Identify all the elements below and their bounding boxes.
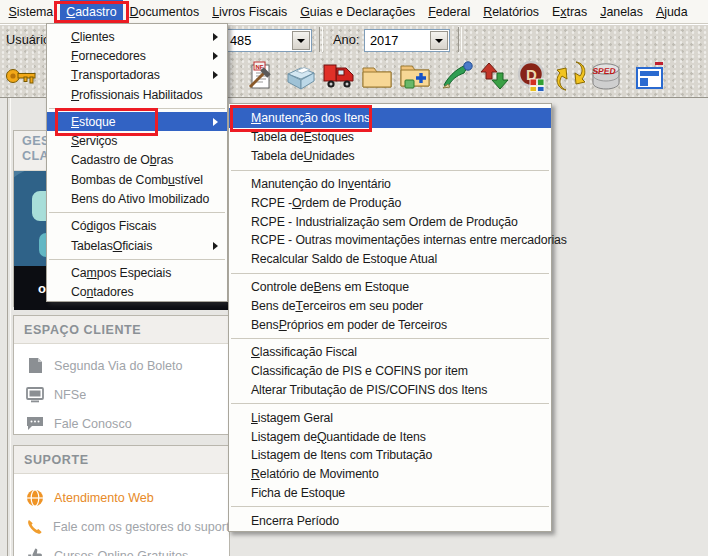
divider bbox=[458, 27, 462, 52]
ano-value: 2017 bbox=[370, 33, 398, 48]
chevron-down-icon bbox=[435, 39, 443, 43]
menubar-item-federal[interactable]: Federal bbox=[422, 0, 477, 23]
printer-icon[interactable] bbox=[283, 58, 319, 94]
invoice-nf-icon: NF bbox=[243, 60, 275, 92]
suporte-item-label: Fale com os gestores do suporte bbox=[53, 520, 229, 534]
chat-icon bbox=[24, 416, 46, 431]
menu-separator bbox=[229, 502, 551, 511]
submenu-arrow-icon bbox=[213, 33, 218, 41]
key-icon[interactable] bbox=[4, 58, 40, 94]
menu-item-rcpe-industrializacao-sem-ordem-de-producao[interactable]: RCPE - Industrialização sem Ordem de Pro… bbox=[229, 212, 551, 231]
menu-separator bbox=[229, 399, 551, 408]
menu-item-campos-especiais[interactable]: Campos Especiais bbox=[47, 263, 227, 282]
submenu-arrow-icon bbox=[213, 52, 218, 60]
folder-add-icon[interactable] bbox=[397, 58, 433, 94]
panel-espaco-cliente-items: Segunda Via do BoletoNFSeFale Conosco bbox=[14, 344, 229, 438]
ano-dropdown-button[interactable] bbox=[430, 31, 448, 50]
edit-pencil-icon[interactable] bbox=[439, 58, 475, 94]
menu-separator bbox=[47, 209, 227, 217]
transfer-arrows-icon[interactable] bbox=[477, 58, 513, 94]
folder-icon[interactable] bbox=[359, 58, 395, 94]
usuario-dropdown-button[interactable] bbox=[292, 31, 310, 50]
hand-icon bbox=[24, 547, 46, 556]
espaco-cliente-item-nfse[interactable]: NFSe bbox=[14, 380, 229, 409]
printer-icon bbox=[284, 61, 318, 91]
menu-item-cadastro-de-obras[interactable]: Cadastro de Obras bbox=[47, 151, 227, 170]
menubar: SistemaCadastroDocumentosLivros FiscaisG… bbox=[0, 0, 708, 24]
menu-item-controle-de-bens-em-estoque[interactable]: Controle de Bens em Estoque bbox=[229, 278, 551, 297]
sync-icon[interactable] bbox=[553, 58, 589, 94]
annotation-box-red bbox=[54, 1, 129, 23]
menu-separator bbox=[229, 166, 551, 175]
folder-icon bbox=[361, 63, 393, 89]
menu-item-rcpe-outras-movimentacoes-internas-entre-mercadorias[interactable]: RCPE - Outras movimentações internas ent… bbox=[229, 231, 551, 250]
panel-suporte-title: SUPORTE bbox=[14, 446, 229, 474]
menu-item-relatorio-de-movimento[interactable]: Relatório de Movimento bbox=[229, 465, 551, 484]
panel-espaco-cliente: ESPAÇO CLIENTE Segunda Via do BoletoNFSe… bbox=[13, 315, 230, 435]
menu-item-bens-do-ativo-imobilizado[interactable]: Bens do Ativo Imobilizado bbox=[47, 189, 227, 208]
phone-icon bbox=[24, 518, 45, 536]
globe-icon bbox=[24, 489, 46, 507]
invoice-nf-icon[interactable]: NF bbox=[241, 58, 277, 94]
truck-icon[interactable] bbox=[321, 58, 357, 94]
menu-item-recalcular-saldo-de-estoque-atual[interactable]: Recalcular Saldo de Estoque Atual bbox=[229, 250, 551, 269]
window-layout-icon[interactable] bbox=[632, 58, 668, 94]
chevron-down-icon bbox=[297, 39, 305, 43]
espaco-cliente-item-fale-conosco[interactable]: Fale Conosco bbox=[14, 409, 229, 438]
menubar-item-extras[interactable]: Extras bbox=[546, 0, 594, 23]
menubar-item-janelas[interactable]: Janelas bbox=[594, 0, 650, 23]
menubar-item-ajuda[interactable]: Ajuda bbox=[649, 0, 694, 23]
menu-item-tabela-de-unidades[interactable]: Tabela de Unidades bbox=[229, 147, 551, 166]
suporte-item-fale-com-os-gestores-do-suporte[interactable]: Fale com os gestores do suporte bbox=[14, 512, 229, 541]
menu-item-codigos-fiscais[interactable]: Códigos Fiscais bbox=[47, 217, 227, 236]
menu-item-listagem-de-itens-com-tributacao[interactable]: Listagem de Itens com Tributação bbox=[229, 446, 551, 465]
sped-icon[interactable]: SPED bbox=[589, 58, 625, 94]
menu-item-bens-de-terceiros-em-seu-poder[interactable]: Bens de Terceiros em seu poder bbox=[229, 296, 551, 315]
menubar-item-relatorios[interactable]: Relatórios bbox=[477, 0, 546, 23]
menu-item-profissionais-habilitados[interactable]: Profissionais Habilitados bbox=[47, 85, 227, 104]
folder-add-icon bbox=[399, 62, 431, 90]
menubar-item-documentos[interactable]: Documentos bbox=[123, 0, 206, 23]
menu-item-clientes[interactable]: Clientes bbox=[47, 27, 227, 46]
menu-item-servicos[interactable]: Serviços bbox=[47, 131, 227, 150]
menu-item-classificacao-fiscal[interactable]: Classificação Fiscal bbox=[229, 343, 551, 362]
ano-combobox[interactable]: 2017 bbox=[364, 29, 450, 52]
suporte-item-atendimento-web[interactable]: Atendimento Web bbox=[14, 483, 229, 512]
menu-item-rcpe-ordem-de-producao[interactable]: RCPE - Ordem de Produção bbox=[229, 193, 551, 212]
window-layout-icon bbox=[635, 61, 665, 91]
menu-item-listagem-de-quantidade-de-itens[interactable]: Listagem de Quantidade de Itens bbox=[229, 427, 551, 446]
menu-item-contadores[interactable]: Contadores bbox=[47, 283, 227, 302]
menu-item-classificacao-de-pis-e-cofins-por-item[interactable]: Classificação de PIS e COFINS por item bbox=[229, 362, 551, 381]
menubar-item-livros-fiscais[interactable]: Livros Fiscais bbox=[206, 0, 294, 23]
menu-item-listagem-geral[interactable]: Listagem Geral bbox=[229, 408, 551, 427]
menu-item-alterar-tributacao-de-pis-cofins-dos-itens[interactable]: Alterar Tributação de PIS/COFINS dos Ite… bbox=[229, 381, 551, 400]
menu-item-bombas-de-combustivel[interactable]: Bombas de Combustível bbox=[47, 170, 227, 189]
menu-item-ficha-de-estoque[interactable]: Ficha de Estoque bbox=[229, 484, 551, 503]
divider bbox=[7, 98, 11, 556]
sped-icon: SPED bbox=[590, 61, 624, 91]
d-logo-icon[interactable]: D bbox=[514, 58, 550, 94]
menu-item-manutencao-do-inventario[interactable]: Manutenção do Inventário bbox=[229, 175, 551, 194]
menu-item-fornecedores[interactable]: Fornecedores bbox=[47, 46, 227, 65]
panel-suporte-items: Atendimento WebFale com os gestores do s… bbox=[14, 474, 229, 556]
menu-separator bbox=[229, 334, 551, 343]
menu-item-encerra-periodo[interactable]: Encerra Período bbox=[229, 511, 551, 530]
menubar-item-guias-e-declaracoes[interactable]: Guias e Declarações bbox=[294, 0, 422, 23]
menu-separator bbox=[229, 269, 551, 278]
usuario-combobox[interactable]: 485 bbox=[224, 29, 312, 52]
espaco-cliente-item-segunda-via-do-boleto[interactable]: Segunda Via do Boleto bbox=[14, 351, 229, 380]
menu-item-tabelas-oficiais[interactable]: Tabelas Oficiais bbox=[47, 236, 227, 255]
suporte-item-label: Atendimento Web bbox=[54, 491, 154, 505]
menubar-item-sistema[interactable]: Sistema bbox=[2, 0, 60, 23]
menu-item-transportadoras[interactable]: Transportadoras bbox=[47, 66, 227, 85]
monitor-icon bbox=[24, 387, 46, 403]
menubar-item-cadastro[interactable]: Cadastro bbox=[60, 0, 123, 23]
suporte-item-cursos-online-gratuitos[interactable]: Cursos Online Gratuitos bbox=[14, 541, 229, 556]
transfer-arrows-icon bbox=[479, 60, 511, 92]
menu-item-estoque[interactable]: Estoque bbox=[47, 112, 227, 131]
menu-item-manutencao-dos-itens[interactable]: Manutenção dos Itens bbox=[229, 108, 551, 128]
suporte-item-label: Cursos Online Gratuitos bbox=[54, 549, 188, 556]
estoque-submenu: Manutenção dos ItensTabela de EstoquesTa… bbox=[228, 103, 552, 532]
menu-item-bens-proprios-em-poder-de-terceiros[interactable]: Bens Próprios em poder de Terceiros bbox=[229, 315, 551, 334]
menu-item-tabela-de-estoques[interactable]: Tabela de Estoques bbox=[229, 128, 551, 147]
